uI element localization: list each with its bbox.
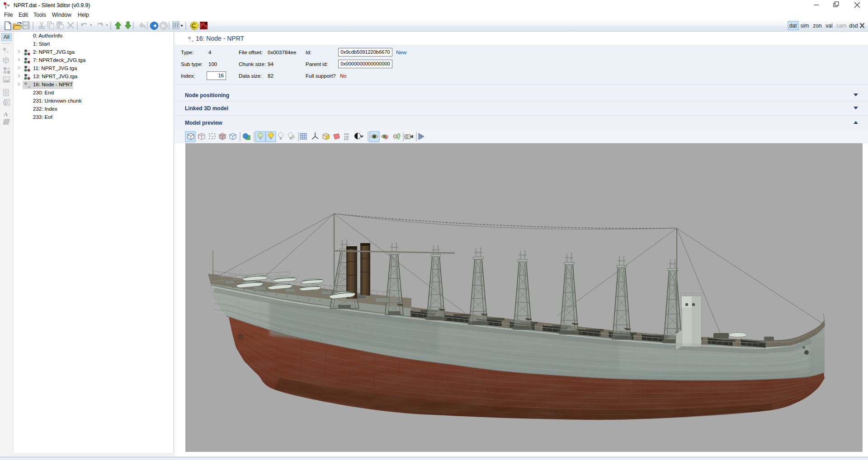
svg-text:sim: sim bbox=[801, 23, 809, 29]
svg-text:val: val bbox=[826, 23, 832, 29]
svg-text:cam: cam bbox=[836, 23, 847, 29]
svg-text:S: S bbox=[385, 134, 388, 141]
svg-text:Z=0: Z=0 bbox=[344, 138, 349, 141]
svg-text:dsd: dsd bbox=[849, 23, 858, 29]
svg-text:zon: zon bbox=[813, 23, 821, 29]
svg-text:A: A bbox=[4, 111, 8, 117]
svg-text:dat: dat bbox=[789, 23, 797, 29]
